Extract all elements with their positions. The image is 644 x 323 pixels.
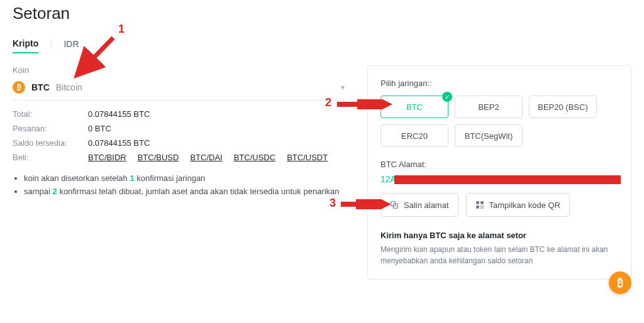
page-title: Setoran [13,4,631,23]
beli-label: Beli: [13,153,88,162]
address-label: BTC Alamat: [380,160,618,169]
saldo-value: 0.07844155 BTC [88,138,345,148]
svg-rect-3 [480,201,484,204]
pair-link[interactable]: BTC/BUSD [138,153,179,162]
svg-rect-8 [482,207,484,209]
note-item: sampai 2 konfirmasi telah dibuat, jumlah… [24,187,345,196]
address-redaction [394,175,621,184]
coin-symbol: BTC [31,82,50,92]
pair-link[interactable]: BTC/BIDR [88,153,126,162]
note-highlight: 2 [53,187,57,196]
deposit-notes: koin akan disetorkan setelah 1 konfirmas… [13,173,345,196]
tab-idr[interactable]: IDR [64,35,79,53]
check-icon: ✓ [442,92,452,102]
tab-bar: Kripto | IDR [13,35,631,54]
note-text: koin akan disetorkan setelah [24,173,130,183]
chevron-down-icon: ▾ [341,83,345,92]
pesanan-value: 0 BTC [88,124,345,133]
network-option-bep20[interactable]: BEP20 (BSC) [529,96,597,118]
warning-text: Mengirim koin apapun atau token lain sel… [380,244,618,266]
svg-rect-6 [482,205,484,207]
network-option-btc[interactable]: BTC ✓ [380,96,448,118]
note-item: koin akan disetorkan setelah 1 konfirmas… [24,173,345,183]
coin-selector[interactable]: ₿ BTC Bitcoin ▾ [13,81,345,101]
svg-rect-5 [480,205,482,207]
note-highlight: 1 [130,173,134,183]
network-label: Pilih jaringan:: [380,79,618,88]
btc-icon: ₿ [13,81,25,94]
pair-link[interactable]: BTC/USDT [287,153,328,162]
copy-icon [390,200,399,209]
total-value: 0.07844155 BTC [88,109,345,119]
coin-label: Koin [13,65,345,75]
deposit-panel: Pilih jaringan:: BTC ✓ BEP2 BEP20 (BSC) … [367,65,631,280]
network-option-erc20[interactable]: ERC20 [380,124,448,147]
note-text: konfirmasi telah dibuat, jumlah aset and… [57,187,340,196]
note-text: sampai [24,187,53,196]
tab-divider: | [50,38,52,50]
tab-kripto[interactable]: Kripto [13,35,38,53]
svg-rect-4 [476,205,479,209]
svg-rect-2 [476,201,479,204]
warning-title: Kirim hanya BTC saja ke alamat setor [380,231,618,240]
pair-link[interactable]: BTC/DAI [190,153,222,162]
btc-float-badge[interactable]: ₿ [609,271,631,294]
saldo-label: Saldo tersedia: [13,138,88,148]
note-text: konfirmasi jaringan [135,173,206,183]
network-option-segwit[interactable]: BTC(SegWit) [455,124,523,147]
buy-pairs: BTC/BIDR BTC/BUSD BTC/DAI BTC/USDC BTC/U… [88,153,345,162]
copy-address-label: Salin alamat [404,200,449,210]
deposit-address[interactable]: 12A [380,174,618,184]
show-qr-label: Tampilkan kode QR [489,200,560,210]
pesanan-label: Pesanan: [13,124,88,133]
network-option-label: BTC [406,102,423,112]
svg-rect-7 [480,207,482,209]
qr-icon [475,200,484,209]
network-option-bep2[interactable]: BEP2 [455,96,523,118]
total-label: Total: [13,109,88,119]
copy-address-button[interactable]: Salin alamat [380,193,458,217]
coin-name: Bitcoin [56,82,82,92]
pair-link[interactable]: BTC/USDC [234,153,275,162]
show-qr-button[interactable]: Tampilkan kode QR [466,193,570,217]
